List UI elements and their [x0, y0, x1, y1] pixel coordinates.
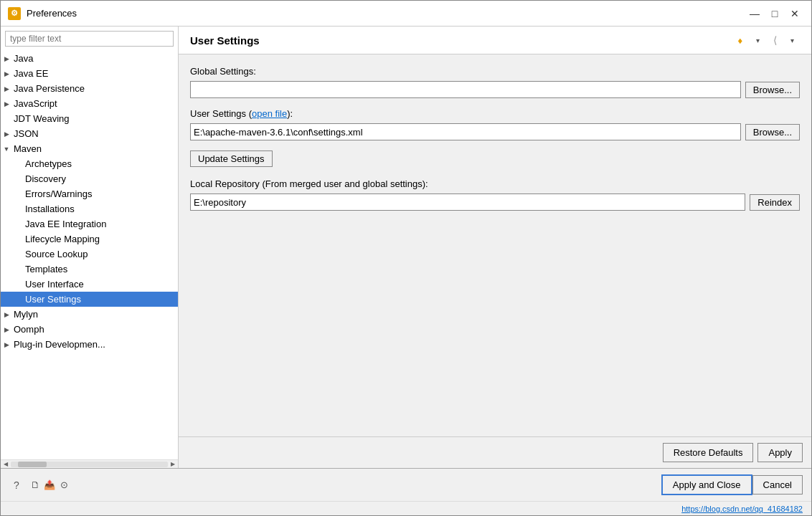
tree-item-mylyn[interactable]: Mylyn — [1, 307, 178, 322]
no-arrow — [12, 204, 24, 215]
nav-dropdown1-button[interactable]: ▾ — [750, 32, 765, 48]
nav-dropdown2-button[interactable]: ▾ — [784, 32, 800, 48]
tree-area: Java Java EE Java Persistence JavaScript — [1, 51, 178, 459]
tree-item-user-interface[interactable]: User Interface — [1, 277, 178, 292]
tree-item-java-ee-integration[interactable]: Java EE Integration — [1, 216, 178, 231]
tree-label: Discovery — [24, 173, 67, 185]
global-settings-label: Global Settings: — [190, 66, 800, 77]
tree-item-user-settings[interactable]: User Settings — [1, 292, 178, 307]
app-icon: ⚙ — [8, 7, 21, 20]
tree-item-errors-warnings[interactable]: Errors/Warnings — [1, 186, 178, 201]
new-file-icon[interactable]: 🗋 — [28, 478, 42, 492]
tree-item-javascript[interactable]: JavaScript — [1, 96, 178, 111]
tree-label: Source Lookup — [24, 248, 89, 260]
local-repository-input-row: Reindex — [190, 194, 800, 211]
close-button[interactable]: ✕ — [785, 6, 804, 21]
arrow-icon — [1, 143, 12, 155]
tree-label: Archetypes — [24, 158, 73, 170]
horizontal-scrollbar[interactable]: ◀ ▶ — [1, 459, 178, 468]
arrow-icon — [1, 98, 12, 110]
global-settings-browse-button[interactable]: Browse... — [745, 82, 800, 98]
content-title: User Settings — [190, 34, 260, 47]
arrow-icon — [1, 339, 12, 350]
window-controls: — □ ✕ — [745, 6, 804, 21]
local-repository-section: Local Repository (From merged user and g… — [190, 178, 800, 211]
filter-input[interactable] — [5, 31, 174, 47]
user-settings-label: User Settings (open file): — [190, 108, 800, 119]
arrow-icon — [1, 309, 12, 320]
arrow-icon — [1, 324, 12, 335]
tree-label: Installations — [24, 203, 76, 215]
apply-button[interactable]: Apply — [757, 443, 803, 462]
open-file-link[interactable]: open file — [252, 108, 287, 119]
scroll-right-arrow[interactable]: ▶ — [171, 461, 175, 467]
global-settings-input[interactable] — [190, 81, 741, 98]
arrow-icon — [1, 83, 12, 95]
tree-item-discovery[interactable]: Discovery — [1, 171, 178, 186]
tree-label: Java EE — [12, 67, 49, 80]
tree-item-json[interactable]: JSON — [1, 126, 178, 141]
user-settings-input[interactable] — [190, 123, 741, 140]
cancel-button[interactable]: Cancel — [752, 475, 803, 494]
tree-label: Java EE Integration — [24, 218, 108, 230]
tree-item-java-persistence[interactable]: Java Persistence — [1, 81, 178, 96]
tree-label: Java — [12, 52, 34, 64]
global-settings-section: Global Settings: Browse... — [190, 66, 800, 98]
status-url[interactable]: https://blog.csdn.net/qq_41684182 — [681, 505, 803, 513]
tree-label: User Interface — [24, 278, 85, 290]
no-arrow — [12, 173, 24, 185]
tree-label: Lifecycle Mapping — [24, 233, 101, 245]
local-repository-input[interactable] — [190, 194, 745, 211]
inner-bottom-bar: Restore Defaults Apply — [179, 436, 811, 468]
tree-label: User Settings — [24, 293, 82, 305]
scroll-thumb — [18, 462, 47, 467]
no-arrow — [12, 249, 24, 260]
tree-label: Mylyn — [12, 308, 39, 320]
tree-label: Java Persistence — [12, 82, 86, 95]
title-bar: ⚙ Preferences — □ ✕ — [1, 1, 811, 27]
help-icon[interactable]: ? — [9, 478, 24, 492]
nav-back-button[interactable]: ⟨ — [767, 32, 783, 48]
nav-forward-button[interactable]: ⬧ — [732, 32, 748, 48]
minimize-button[interactable]: — — [745, 6, 764, 21]
tree-item-oomph[interactable]: Oomph — [1, 322, 178, 337]
arrow-icon — [1, 68, 12, 80]
tree-label: Oomph — [12, 323, 46, 335]
tree-label: Maven — [12, 143, 43, 155]
user-settings-section: User Settings (open file): Browse... Upd… — [190, 108, 800, 167]
tree-item-lifecycle-mapping[interactable]: Lifecycle Mapping — [1, 231, 178, 247]
reindex-button[interactable]: Reindex — [750, 194, 800, 211]
export-icon[interactable]: 📤 — [42, 478, 57, 492]
content-header: User Settings ⬧ ▾ ⟨ ▾ — [179, 27, 811, 54]
tree-item-source-lookup[interactable]: Source Lookup — [1, 247, 178, 262]
restore-defaults-button[interactable]: Restore Defaults — [663, 443, 754, 462]
settings-icon[interactable]: ⊙ — [57, 478, 71, 492]
tree-item-installations[interactable]: Installations — [1, 201, 178, 216]
global-settings-input-row: Browse... — [190, 81, 800, 98]
maximize-button[interactable]: □ — [765, 6, 784, 21]
tree-item-jdt-weaving[interactable]: JDT Weaving — [1, 111, 178, 126]
settings-content: Global Settings: Browse... User Settings… — [179, 54, 811, 436]
dialog-title: Preferences — [27, 8, 740, 19]
navigation-buttons: ⬧ ▾ ⟨ ▾ — [732, 32, 800, 48]
tree-label: Errors/Warnings — [24, 188, 93, 200]
user-settings-browse-button[interactable]: Browse... — [745, 124, 800, 140]
tree-item-plugin-dev[interactable]: Plug-in Developmen... — [1, 337, 178, 352]
tree-item-java[interactable]: Java — [1, 51, 178, 66]
update-settings-button[interactable]: Update Settings — [190, 150, 273, 167]
tree-item-templates[interactable]: Templates — [1, 262, 178, 277]
tree-label: Templates — [24, 263, 69, 275]
tree-item-java-ee[interactable]: Java EE — [1, 66, 178, 81]
apply-and-close-button[interactable]: Apply and Close — [661, 474, 752, 495]
tree-item-archetypes[interactable]: Archetypes — [1, 156, 178, 171]
dialog-body: Java Java EE Java Persistence JavaScript — [1, 27, 811, 468]
no-arrow — [12, 188, 24, 200]
scroll-left-arrow[interactable]: ◀ — [4, 461, 8, 467]
no-arrow — [1, 113, 12, 125]
tree-panel: Java Java EE Java Persistence JavaScript — [1, 27, 179, 468]
tree-item-maven[interactable]: Maven — [1, 141, 178, 156]
arrow-icon — [1, 128, 12, 140]
user-settings-input-row: Browse... — [190, 123, 800, 140]
no-arrow — [12, 279, 24, 290]
local-repository-label: Local Repository (From merged user and g… — [190, 178, 800, 189]
